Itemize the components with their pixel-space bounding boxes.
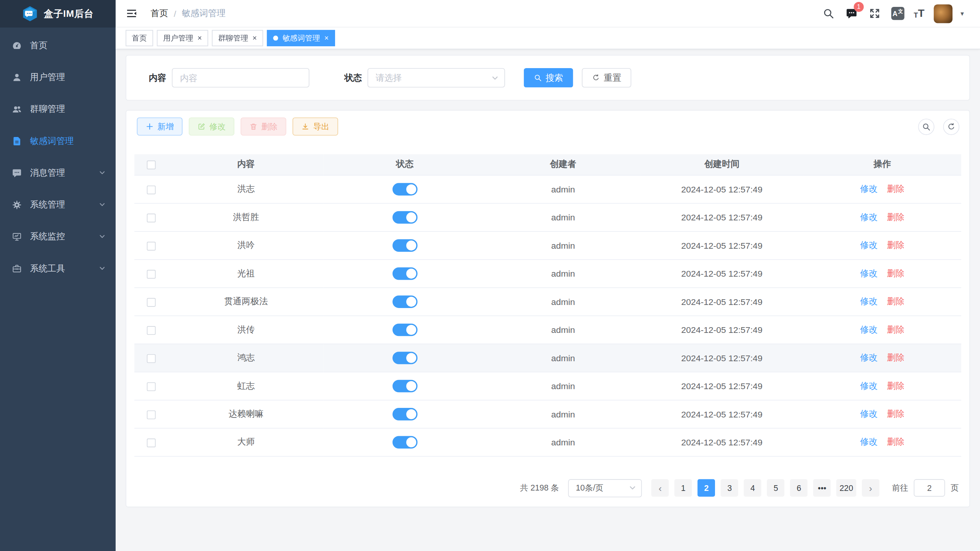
row-checkbox[interactable] bbox=[147, 185, 156, 194]
row-edit-link[interactable]: 修改 bbox=[860, 296, 878, 306]
gear-icon bbox=[12, 200, 22, 210]
row-checkbox[interactable] bbox=[147, 354, 156, 363]
font-size-icon[interactable]: TT bbox=[914, 8, 924, 19]
search-button-icon bbox=[534, 74, 542, 82]
cell-content: 洪吟 bbox=[168, 231, 324, 259]
status-toggle[interactable] bbox=[392, 408, 417, 420]
sidebar-item-user-mgmt[interactable]: 用户管理 bbox=[0, 61, 116, 93]
status-toggle[interactable] bbox=[392, 267, 417, 280]
add-button[interactable]: 新增 bbox=[137, 117, 182, 135]
refresh-table-button[interactable] bbox=[943, 118, 959, 134]
row-checkbox[interactable] bbox=[147, 270, 156, 279]
page-button-5[interactable]: 5 bbox=[767, 479, 785, 497]
sidebar-item-sensitive-words[interactable]: 敏感词管理 bbox=[0, 125, 116, 157]
row-edit-link[interactable]: 修改 bbox=[860, 324, 878, 334]
sidebar-item-system-mgmt[interactable]: 系统管理 bbox=[0, 189, 116, 220]
page-size-select[interactable]: 10条/页 bbox=[568, 479, 642, 497]
fullscreen-icon[interactable] bbox=[868, 7, 882, 20]
status-toggle[interactable] bbox=[392, 436, 417, 448]
tab-label: 敏感词管理 bbox=[283, 33, 320, 44]
content-filter-input[interactable] bbox=[172, 68, 309, 88]
avatar[interactable] bbox=[934, 4, 952, 23]
row-edit-link[interactable]: 修改 bbox=[860, 408, 878, 418]
edit-button[interactable]: 修改 bbox=[189, 117, 234, 135]
breadcrumb-home[interactable]: 首页 bbox=[151, 8, 168, 19]
page-button-1[interactable]: 1 bbox=[674, 479, 692, 497]
select-all-checkbox[interactable] bbox=[147, 161, 156, 170]
row-checkbox[interactable] bbox=[147, 326, 156, 335]
row-delete-link[interactable]: 删除 bbox=[887, 296, 905, 306]
status-toggle[interactable] bbox=[392, 323, 417, 336]
row-edit-link[interactable]: 修改 bbox=[860, 183, 878, 193]
page-button-220[interactable]: 220 bbox=[836, 479, 856, 497]
status-toggle[interactable] bbox=[392, 380, 417, 392]
close-icon[interactable]: × bbox=[324, 34, 329, 42]
search-icon[interactable] bbox=[822, 7, 836, 20]
row-delete-link[interactable]: 删除 bbox=[887, 324, 905, 334]
next-page-button[interactable]: › bbox=[862, 479, 880, 497]
page-button-6[interactable]: 6 bbox=[790, 479, 808, 497]
status-toggle[interactable] bbox=[392, 183, 417, 196]
status-filter-select[interactable]: 请选择 bbox=[368, 68, 505, 88]
row-checkbox[interactable] bbox=[147, 410, 156, 419]
message-icon[interactable]: 1 bbox=[845, 7, 859, 20]
page-button-4[interactable]: 4 bbox=[744, 479, 762, 497]
sidebar-item-message-mgmt[interactable]: 消息管理 bbox=[0, 157, 116, 189]
topbar-actions: 1 A文 TT ▼ bbox=[822, 4, 965, 23]
page-button-3[interactable]: 3 bbox=[721, 479, 738, 497]
tab-sensitive-words[interactable]: 敏感词管理× bbox=[267, 30, 335, 46]
row-delete-link[interactable]: 删除 bbox=[887, 212, 905, 222]
row-checkbox[interactable] bbox=[147, 241, 156, 250]
row-edit-link[interactable]: 修改 bbox=[860, 268, 878, 278]
avatar-dropdown-caret-icon[interactable]: ▼ bbox=[959, 10, 965, 16]
row-edit-link[interactable]: 修改 bbox=[860, 352, 878, 362]
row-delete-link[interactable]: 删除 bbox=[887, 268, 905, 278]
status-toggle[interactable] bbox=[392, 295, 417, 308]
row-edit-link[interactable]: 修改 bbox=[860, 436, 878, 446]
status-filter-label: 状态 bbox=[344, 72, 362, 83]
sidebar-item-system-monitor[interactable]: 系统监控 bbox=[0, 220, 116, 252]
page-button-2[interactable]: 2 bbox=[698, 479, 715, 497]
cell-created-at: 2024-12-05 12:57:49 bbox=[640, 259, 803, 287]
export-button[interactable]: 导出 bbox=[293, 117, 338, 135]
row-delete-link[interactable]: 删除 bbox=[887, 408, 905, 418]
reset-button[interactable]: 重置 bbox=[582, 68, 631, 88]
delete-button[interactable]: 删除 bbox=[241, 117, 286, 135]
status-toggle[interactable] bbox=[392, 211, 417, 223]
sidebar-collapse-button[interactable] bbox=[126, 7, 138, 20]
tab-user-mgmt[interactable]: 用户管理× bbox=[157, 30, 208, 46]
row-delete-link[interactable]: 删除 bbox=[887, 436, 905, 446]
row-delete-link[interactable]: 删除 bbox=[887, 183, 905, 193]
page-jump-input[interactable] bbox=[914, 479, 945, 497]
row-delete-link[interactable]: 删除 bbox=[887, 240, 905, 249]
translate-icon[interactable]: A文 bbox=[891, 7, 904, 20]
tab-group-mgmt[interactable]: 群聊管理× bbox=[212, 30, 263, 46]
table-row: 虹志admin2024-12-05 12:57:49修改删除 bbox=[134, 372, 961, 399]
close-icon[interactable]: × bbox=[252, 34, 257, 42]
status-toggle[interactable] bbox=[392, 351, 417, 364]
row-edit-link[interactable]: 修改 bbox=[860, 380, 878, 390]
row-edit-link[interactable]: 修改 bbox=[860, 212, 878, 222]
close-icon[interactable]: × bbox=[198, 34, 202, 42]
more-pages-button[interactable]: ••• bbox=[813, 479, 831, 497]
sidebar-item-home[interactable]: 首页 bbox=[0, 29, 116, 61]
status-toggle[interactable] bbox=[392, 239, 417, 251]
cell-creator: admin bbox=[486, 315, 640, 343]
search-button-label: 搜索 bbox=[546, 72, 563, 83]
search-button[interactable]: 搜索 bbox=[524, 68, 573, 88]
row-checkbox[interactable] bbox=[147, 298, 156, 306]
sidebar-item-group-mgmt[interactable]: 群聊管理 bbox=[0, 93, 116, 125]
chevron-down-icon bbox=[99, 201, 106, 208]
show-search-button[interactable] bbox=[918, 118, 934, 134]
row-checkbox[interactable] bbox=[147, 439, 156, 447]
tab-home[interactable]: 首页 bbox=[126, 30, 153, 46]
row-delete-link[interactable]: 删除 bbox=[887, 380, 905, 390]
prev-page-button[interactable]: ‹ bbox=[651, 479, 669, 497]
sidebar-item-system-tools[interactable]: 系统工具 bbox=[0, 253, 116, 284]
row-edit-link[interactable]: 修改 bbox=[860, 240, 878, 249]
cell-created-at: 2024-12-05 12:57:49 bbox=[640, 400, 803, 428]
row-checkbox[interactable] bbox=[147, 382, 156, 391]
row-checkbox[interactable] bbox=[147, 214, 156, 222]
filter-card: 内容 状态 请选择 搜索 重置 bbox=[126, 55, 970, 101]
row-delete-link[interactable]: 删除 bbox=[887, 352, 905, 362]
